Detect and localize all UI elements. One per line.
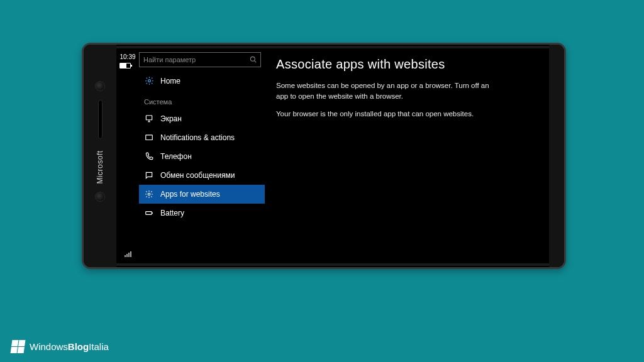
search-input[interactable]: Найти параметр [139, 52, 261, 67]
gear-icon [144, 190, 154, 199]
page-title: Associate apps with websites [276, 57, 538, 72]
sidebar-item-label: Обмен сообщениями [160, 171, 235, 180]
search-placeholder: Найти параметр [143, 56, 196, 63]
phone-bezel-left: Microsoft [84, 45, 116, 267]
svg-point-2 [148, 80, 150, 82]
sidebar-item-label: Notifications & actions [160, 133, 235, 142]
battery-icon [144, 209, 154, 217]
device-brand-label: Microsoft [96, 150, 104, 184]
search-icon [250, 56, 257, 64]
content-pane: Associate apps with websites Some websit… [265, 48, 549, 263]
phone-camera-icon [95, 81, 105, 91]
svg-point-7 [148, 193, 150, 195]
monitor-icon [144, 114, 154, 123]
watermark-pre: Windows [30, 341, 68, 352]
watermark-text: WindowsBlogItalia [30, 341, 109, 352]
watermark-post: Italia [89, 341, 109, 352]
svg-rect-8 [146, 212, 152, 215]
gear-icon [144, 76, 154, 85]
svg-line-1 [255, 60, 257, 62]
phone-icon [144, 152, 154, 161]
phone-screen: 10:39 Найти параметр Home [116, 48, 549, 263]
sidebar-item-label: Apps for websites [160, 190, 220, 199]
sidebar-item-apps-for-websites[interactable]: Apps for websites [139, 185, 265, 204]
sidebar-item-messaging[interactable]: Обмен сообщениями [139, 166, 265, 185]
page-body: Some websites can be opened by an app or… [276, 80, 490, 119]
status-bar: 10:39 [116, 48, 139, 263]
sidebar-item-label: Телефон [160, 152, 192, 161]
phone-frame: Microsoft 10:39 Найти параметр [82, 43, 566, 269]
sidebar-item-battery[interactable]: Battery [139, 204, 265, 217]
clock-label: 10:39 [119, 53, 135, 60]
phone-speaker-icon [98, 100, 103, 139]
svg-point-0 [250, 57, 255, 61]
description-paragraph: Some websites can be opened by an app or… [276, 80, 490, 101]
battery-icon [119, 63, 131, 69]
sidebar-item-label: Battery [160, 209, 184, 217]
message-icon [144, 133, 154, 142]
svg-rect-3 [146, 116, 152, 120]
phone-bezel-right [549, 45, 564, 267]
phone-sensor-icon [95, 192, 105, 202]
sidebar-item-notifications[interactable]: Notifications & actions [139, 128, 265, 147]
sidebar-item-phone[interactable]: Телефон [139, 147, 265, 166]
status-paragraph: Your browser is the only installed app t… [276, 109, 490, 119]
watermark-bold: Blog [68, 341, 89, 352]
chat-icon [144, 171, 154, 180]
sidebar-item-display[interactable]: Экран [139, 109, 265, 128]
sidebar-section-label: Система [139, 94, 265, 109]
sidebar-item-home[interactable]: Home [139, 71, 265, 90]
windows-icon [11, 340, 26, 353]
sidebar-item-label: Экран [160, 114, 182, 123]
sidebar-item-label: Home [160, 77, 180, 85]
svg-rect-6 [146, 135, 153, 140]
watermark: WindowsBlogItalia [11, 340, 109, 353]
signal-icon [125, 251, 131, 257]
settings-sidebar: Найти параметр Home Система Экран [139, 48, 265, 263]
